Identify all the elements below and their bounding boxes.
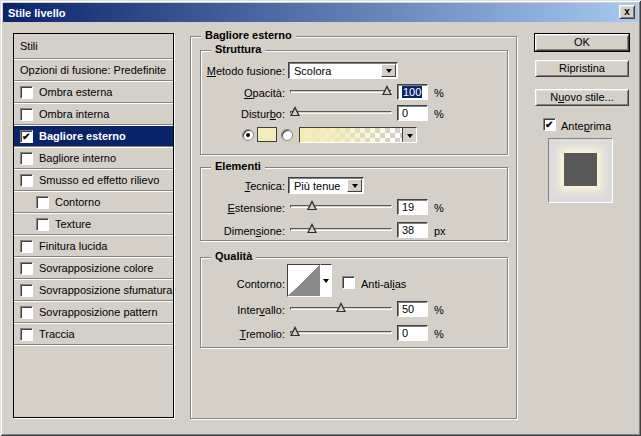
sidebar-item-label: Contorno	[55, 196, 100, 208]
sidebar-item-traccia[interactable]: Traccia	[14, 324, 173, 346]
new-style-button[interactable]: Nuovo stile...	[535, 89, 629, 106]
preview-glow-square	[564, 153, 597, 186]
chevron-down-icon[interactable]	[381, 64, 396, 77]
sidebar-item-opzioni-di-fusione[interactable]: Opzioni di fusione: Predefinite	[14, 60, 173, 82]
size-unit: px	[434, 224, 446, 238]
size-input[interactable]: 38	[397, 222, 428, 238]
structure-group-title: Struttura	[211, 43, 265, 55]
opacity-label: Opacità:	[185, 86, 285, 100]
sidebar-item-stili[interactable]: Stili	[14, 34, 173, 60]
range-value: 50	[402, 303, 414, 315]
slider-handle[interactable]	[290, 326, 300, 336]
chevron-down-icon[interactable]	[347, 179, 362, 192]
sidebar-item-finitura-lucida[interactable]: Finitura lucida	[14, 236, 173, 258]
technique-value: Più tenue	[294, 180, 340, 192]
reset-button[interactable]: Ripristina	[535, 60, 629, 77]
sidebar-item-ombra-interna[interactable]: Ombra interna	[14, 104, 173, 126]
noise-value: 0	[402, 107, 408, 119]
antialias-checkbox[interactable]	[342, 276, 355, 289]
range-label: Intervallo:	[185, 303, 285, 317]
effect-checkbox[interactable]	[20, 240, 33, 253]
slider-handle[interactable]	[336, 302, 346, 312]
effect-checkbox[interactable]	[20, 306, 33, 319]
range-slider[interactable]	[290, 301, 392, 317]
technique-label: Tecnica:	[185, 179, 285, 193]
noise-slider[interactable]	[290, 105, 392, 121]
jitter-slider[interactable]	[290, 325, 392, 341]
sidebar-item-contorno[interactable]: Contorno	[14, 192, 173, 214]
chevron-down-icon[interactable]	[321, 264, 332, 297]
effect-checkbox[interactable]	[20, 328, 33, 341]
slider-handle[interactable]	[382, 85, 392, 95]
layer-style-dialog: Stile livello x Stili Opzioni di fusione…	[0, 0, 641, 436]
spread-label: Estensione:	[185, 201, 285, 215]
sidebar-item-bagliore-esterno[interactable]: Bagliore esterno	[14, 126, 173, 148]
effect-checkbox[interactable]	[20, 152, 33, 165]
solid-color-radio[interactable]	[242, 129, 254, 141]
opacity-slider[interactable]	[290, 84, 392, 100]
sidebar-item-texture[interactable]: Texture	[14, 214, 173, 236]
effect-checkbox[interactable]	[20, 262, 33, 275]
gradient-radio[interactable]	[281, 129, 293, 141]
gradient-swatch[interactable]	[299, 127, 417, 143]
sidebar-item-label: Sovrapposizione pattern	[39, 306, 158, 318]
sidebar-item-label: Smusso ed effetto rilievo	[39, 174, 159, 186]
sidebar-item-sovrapposizione-pattern[interactable]: Sovrapposizione pattern	[14, 302, 173, 324]
size-slider[interactable]	[290, 222, 392, 238]
sidebar-item-label: Stili	[20, 40, 38, 52]
sidebar-item-label: Ombra esterna	[39, 86, 112, 98]
blend-mode-value: Scolora	[294, 65, 331, 77]
sidebar-item-label: Texture	[55, 218, 91, 230]
effect-checkbox[interactable]	[20, 284, 33, 297]
panel-title: Bagliore esterno	[201, 29, 296, 41]
sidebar-item-label: Opzioni di fusione: Predefinite	[20, 64, 166, 76]
sidebar-item-ombra-esterna[interactable]: Ombra esterna	[14, 82, 173, 104]
close-icon[interactable]: x	[619, 5, 635, 19]
jitter-label: Tremolio:	[185, 327, 285, 341]
spread-input[interactable]: 19	[397, 199, 428, 215]
sidebar-item-sovrapposizione-sfumatura[interactable]: Sovrapposizione sfumatura	[14, 280, 173, 302]
range-input[interactable]: 50	[397, 301, 428, 317]
noise-label: Disturbo:	[185, 107, 285, 121]
sidebar-item-label: Ombra interna	[39, 108, 109, 120]
spread-slider[interactable]	[290, 199, 392, 215]
preview-thumbnail	[548, 138, 613, 203]
jitter-input[interactable]: 0	[397, 325, 428, 341]
spread-value: 19	[402, 201, 414, 213]
sidebar-item-bagliore-interno[interactable]: Bagliore interno	[14, 148, 173, 170]
opacity-value: 100	[402, 86, 422, 98]
antialias-label: Anti-alias	[361, 277, 406, 291]
effect-checkbox[interactable]	[36, 196, 49, 209]
slider-handle[interactable]	[290, 106, 300, 116]
sidebar-item-label: Bagliore interno	[39, 152, 116, 164]
noise-input[interactable]: 0	[397, 105, 428, 121]
effect-checkbox[interactable]	[20, 86, 33, 99]
effect-checkbox[interactable]	[36, 218, 49, 231]
slider-handle[interactable]	[307, 200, 317, 210]
sidebar-item-label: Bagliore esterno	[39, 130, 126, 142]
quality-group-title: Qualità	[211, 250, 256, 262]
sidebar-item-label: Sovrapposizione colore	[39, 262, 153, 274]
glow-color-swatch[interactable]	[257, 127, 277, 142]
effect-checkbox[interactable]	[20, 130, 33, 143]
jitter-value: 0	[402, 327, 408, 339]
sidebar-item-smusso-ed-effetto-rilievo[interactable]: Smusso ed effetto rilievo	[14, 170, 173, 192]
title-bar[interactable]: Stile livello x	[3, 3, 638, 22]
noise-unit: %	[434, 107, 444, 121]
chevron-down-icon[interactable]	[402, 128, 416, 142]
effect-checkbox[interactable]	[20, 174, 33, 187]
blend-mode-label: Metodo fusione:	[185, 64, 285, 78]
ok-button[interactable]: OK	[535, 34, 629, 51]
blend-mode-dropdown[interactable]: Scolora	[288, 62, 398, 79]
dialog-title: Stile livello	[8, 7, 65, 19]
contour-label: Contorno:	[185, 277, 285, 291]
effect-checkbox[interactable]	[20, 108, 33, 121]
spread-unit: %	[434, 201, 444, 215]
opacity-input[interactable]: 100	[397, 84, 428, 100]
technique-dropdown[interactable]: Più tenue	[288, 177, 364, 194]
preview-checkbox[interactable]	[543, 118, 556, 131]
contour-thumbnail[interactable]	[287, 264, 321, 297]
slider-handle[interactable]	[307, 223, 317, 233]
jitter-unit: %	[434, 327, 444, 341]
sidebar-item-sovrapposizione-colore[interactable]: Sovrapposizione colore	[14, 258, 173, 280]
